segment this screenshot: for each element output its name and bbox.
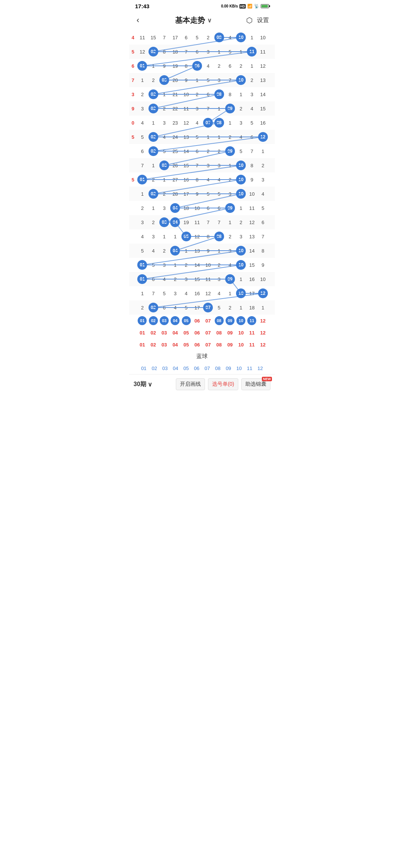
row-left-num (129, 229, 137, 244)
table-row: 7103261573311082 (129, 158, 275, 172)
table-cell: 13 (181, 130, 192, 144)
highlighted-ball: 08 (214, 33, 224, 42)
row-right-num (268, 30, 275, 45)
table-cell: 19 (181, 215, 192, 229)
table-cell: 4 (159, 130, 169, 144)
table-cell: 10 (181, 87, 192, 101)
table-cell: 5 (203, 73, 214, 87)
highlighted-ball: 11 (247, 47, 257, 56)
status-time: 17:43 (135, 3, 149, 9)
footer-cell: 03 (159, 339, 169, 351)
select-num-button[interactable]: 选号单(0) (208, 378, 238, 390)
table-row: 50121271684421093 (129, 172, 275, 187)
footer-cell: 04 (170, 327, 181, 339)
footer-cell: 08 (214, 315, 224, 327)
table-cell: 12 (247, 215, 257, 229)
highlighted-ball: 10 (236, 175, 246, 184)
row-left-num: 5 (129, 172, 137, 187)
period-label: 30期 (134, 380, 146, 388)
share-button[interactable]: ⬡ (246, 16, 252, 25)
table-row: 016423151130911610 (129, 272, 275, 286)
draw-line-button[interactable]: 开启画线 (176, 378, 205, 390)
table-cell: 2 (214, 144, 224, 158)
blue-cell: 10 (234, 362, 244, 374)
period-selector[interactable]: 30期 ∨ (134, 380, 152, 388)
table-cell: 2 (159, 101, 169, 116)
table-cell: 6 (137, 144, 148, 158)
back-button[interactable]: ‹ (135, 14, 141, 27)
table-cell: 1 (137, 286, 148, 300)
table-row: 512028187631511111 (129, 45, 275, 59)
period-arrow: ∨ (148, 381, 152, 388)
table-cell: 09 (224, 272, 235, 286)
table-cell: 24 (170, 130, 181, 144)
row-right-num (268, 158, 275, 172)
table-cell: 5 (159, 286, 169, 300)
footer-ball: 11 (247, 316, 256, 325)
table-cell: 2 (203, 30, 214, 45)
row-left-num: 7 (129, 73, 137, 87)
highlighted-ball: 01 (137, 175, 147, 184)
title-dropdown[interactable]: ∨ (207, 17, 212, 24)
table-cell: 14 (257, 87, 268, 101)
row-left-num: 6 (129, 59, 137, 73)
footer-cell: 04 (170, 339, 181, 351)
table-cell: 1 (192, 73, 202, 87)
table-cell: 9 (203, 244, 214, 258)
table-cell: 2 (137, 300, 148, 315)
blue-cell: 08 (212, 362, 223, 374)
table-cell: 14 (181, 144, 192, 158)
footer-ball: 04 (171, 316, 180, 325)
table-cell: 1 (247, 30, 257, 45)
footer-cell: 03 (159, 315, 169, 327)
table-cell: 5 (159, 144, 169, 158)
table-row: 32030419117712126 (129, 215, 275, 229)
footer-cell: 05 (181, 327, 192, 339)
table-cell: 09 (224, 201, 235, 215)
assist-button[interactable]: 助选锦囊 NEW (241, 378, 270, 390)
table-cell: 1 (224, 215, 235, 229)
table-cell: 12 (137, 45, 148, 59)
row-left-num (129, 258, 137, 272)
table-row: 71203209153710213 (129, 73, 275, 87)
table-row: 4311051280823137 (129, 229, 275, 244)
row-left-num (129, 144, 137, 158)
table-cell: 7 (192, 158, 202, 172)
table-cell: 11 (192, 215, 202, 229)
table-cell: 3 (257, 172, 268, 187)
footer-cell: 12 (257, 315, 268, 327)
table-cell: 8 (257, 244, 268, 258)
table-cell: 1 (214, 244, 224, 258)
table-cell: 10 (236, 172, 247, 187)
table-cell: 03 (159, 215, 169, 229)
table-cell: 03 (159, 158, 169, 172)
table-cell: 6 (148, 272, 159, 286)
table-cell: 2 (170, 272, 181, 286)
table-cell: 14 (192, 258, 202, 272)
table-cell: 25 (170, 144, 181, 158)
highlighted-ball: 10 (236, 189, 246, 199)
row-right-num (268, 45, 275, 59)
highlighted-ball: 10 (236, 161, 246, 170)
settings-button[interactable]: 设置 (257, 16, 269, 24)
table-cell: 3 (224, 244, 235, 258)
table-cell: 20 (170, 73, 181, 87)
highlighted-ball: 09 (225, 146, 235, 156)
highlighted-ball: 03 (159, 217, 169, 227)
table-cell: 26 (170, 158, 181, 172)
table-cell: 11 (181, 101, 192, 116)
table-cell: 15 (148, 30, 159, 45)
table-cell: 12 (257, 59, 268, 73)
table-cell: 5 (137, 244, 148, 258)
blue-cell: 03 (160, 362, 170, 374)
table-cell: 02 (148, 87, 159, 101)
highlighted-ball: 02 (149, 47, 158, 56)
table-cell: 22 (170, 101, 181, 116)
row-right-num (268, 201, 275, 215)
table-cell: 17 (181, 187, 192, 201)
highlighted-ball: 12 (258, 288, 268, 298)
row-right-num (268, 286, 275, 300)
blue-cell: 07 (202, 362, 212, 374)
table-cell: 4 (148, 244, 159, 258)
table-cell: 4 (137, 229, 148, 244)
